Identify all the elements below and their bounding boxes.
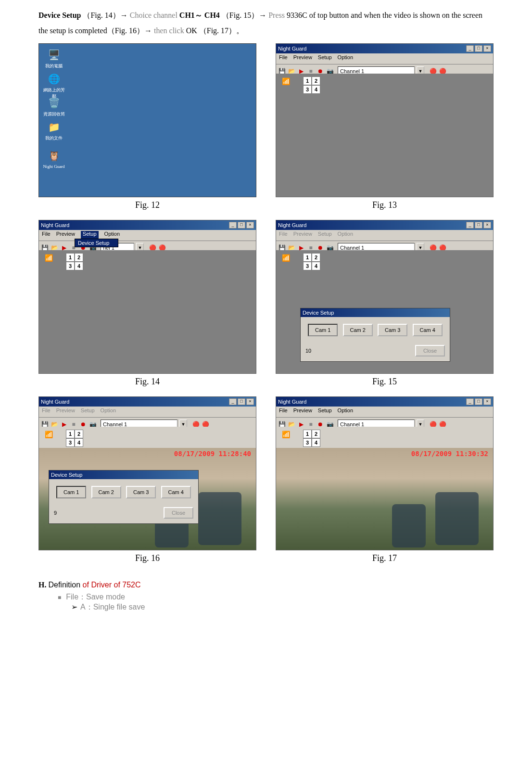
fig14-app-window: Night Guard _ □ × File Preview Setup Opt… [38,220,256,374]
cam3-button[interactable]: Cam 3 [126,486,156,498]
fig12-desktop: 🖥️ 我的電腦 🌐 網路上的芳鄰 🗑️ 資源回收筒 📁 我的文件 🦉 [38,43,256,197]
minimize-button[interactable]: _ [466,45,474,52]
quad-2[interactable]: 2 [312,76,320,85]
dialog-close-button[interactable]: Close [415,345,445,356]
signal-icon: 📶 [42,254,53,262]
menu-preview[interactable]: Preview [56,231,75,240]
device-setup-dialog: Device Setup Cam 1 Cam 2 Cam 3 Cam 4 9 C… [49,470,199,524]
close-window-button[interactable]: × [246,222,254,229]
cam1-button[interactable]: Cam 1 [56,486,86,498]
dialog-counter: 9 [54,510,57,516]
menubar: File Preview Setup Option [276,53,493,64]
titlebar: Night Guard _ □ × [276,44,493,53]
dialog-close-button[interactable]: Close [164,507,193,519]
cam1-button[interactable]: Cam 1 [308,324,338,336]
close-window-button[interactable]: × [483,45,491,52]
cam3-button[interactable]: Cam 3 [378,324,407,336]
caption-fig14: Fig. 14 [38,377,256,387]
signal-icon: 📶 [279,77,290,85]
maximize-button[interactable]: □ [475,45,482,52]
cam2-button[interactable]: Cam 2 [91,486,121,498]
minimize-button[interactable]: _ [229,222,237,229]
device-setup-dialog: Device Setup Cam 1 Cam 2 Cam 3 Cam 4 10 … [300,308,450,362]
quad-4[interactable]: 4 [312,85,320,94]
menu-file[interactable]: File [42,231,51,240]
menu-option[interactable]: Option [338,54,353,63]
desktop-icon-recycle[interactable]: 🗑️ 資源回收筒 [42,96,66,117]
intro-device-setup: Device Setup [38,11,81,19]
desktop-icon-mycomputer[interactable]: 🖥️ 我的電腦 [42,48,66,69]
signal-bars-icon: 📶 [42,431,53,438]
menu-file[interactable]: File [279,54,288,63]
caption-fig12: Fig. 12 [38,200,256,210]
caption-fig13: Fig. 13 [276,200,494,210]
section-h: H. Definition of Driver of 752C File：Sav… [38,581,494,612]
caption-fig15: Fig. 15 [276,377,494,387]
workspace: 📶 1 2 3 4 [276,74,493,197]
desktop-icon-nightguard[interactable]: 🦉 Night Guard [42,149,66,169]
signal-bars-icon: 📶 [279,431,290,438]
dialog-counter: 10 [305,348,311,354]
cam2-button[interactable]: Cam 2 [343,324,373,336]
intro-paragraph: Device Setup （Fig. 14）→ Choice channel C… [38,8,494,38]
menu-preview[interactable]: Preview [293,54,312,63]
menu-setup[interactable]: Setup [318,54,332,63]
fig15-app-window: Night Guard _ □ × File Preview Setup Opt… [276,220,494,374]
caption-fig16: Fig. 16 [38,553,256,563]
setup-dropdown: Device Setup [75,239,118,247]
video-preview [276,448,493,550]
bullet-file-save-mode: File：Save mode [58,592,494,602]
quad-grid: 1 2 3 4 [303,76,320,94]
dropdown-device-setup[interactable]: Device Setup [75,239,118,247]
caption-fig17: Fig. 17 [276,553,494,563]
quad-1[interactable]: 1 [303,76,312,85]
desktop-icon-mydocs[interactable]: 📁 我的文件 [42,120,66,141]
quad-3[interactable]: 3 [303,85,312,94]
video-timestamp: 08/17/2009 11:30:32 [411,450,488,458]
cam4-button[interactable]: Cam 4 [161,486,191,498]
video-timestamp: 08/17/2009 11:28:40 [174,450,251,458]
cam4-button[interactable]: Cam 4 [413,324,443,336]
fig17-app-window: Night Guard _ □ × File Preview Setup Opt… [276,396,494,550]
subitem-single-file-save: A：Single file save [71,602,494,612]
fig13-app-window: Night Guard _ □ × File Preview Setup Opt… [276,43,494,197]
maximize-button[interactable]: □ [238,222,245,229]
fig16-app-window: Night Guard _ □ × File Preview Setup Opt… [38,396,256,550]
